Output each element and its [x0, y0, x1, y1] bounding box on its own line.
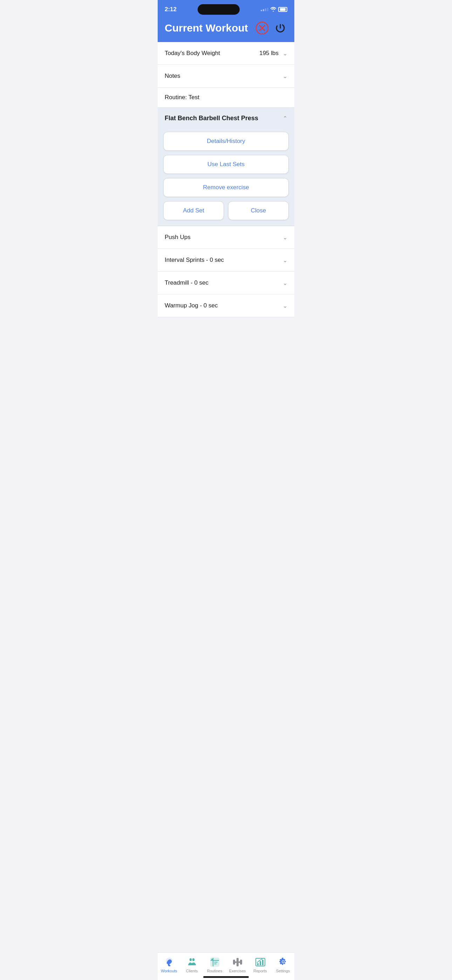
close-exercise-button[interactable]: Close — [228, 201, 289, 220]
treadmill-row[interactable]: Treadmill - 0 sec ⌄ — [158, 272, 294, 294]
header-actions — [255, 21, 287, 35]
add-set-button[interactable]: Add Set — [163, 201, 224, 220]
status-icons — [261, 7, 287, 13]
body-weight-row[interactable]: Today's Body Weight 195 lbs ⌄ — [158, 42, 294, 65]
close-x-icon — [256, 22, 268, 34]
power-icon — [274, 22, 286, 34]
battery-icon — [278, 7, 287, 12]
routine-row: Routine: Test — [158, 88, 294, 108]
page-title: Current Workout — [165, 22, 248, 34]
interval-sprints-label: Interval Sprints - 0 sec — [165, 256, 224, 264]
wifi-icon — [270, 7, 277, 13]
notes-chevron-icon: ⌄ — [283, 73, 287, 80]
treadmill-chevron-icon: ⌄ — [283, 280, 287, 286]
exercise-expanded-header[interactable]: Flat Bench Barbell Chest Press ⌃ — [158, 108, 294, 129]
notes-label: Notes — [165, 73, 180, 80]
remove-exercise-button[interactable]: Remove exercise — [163, 178, 289, 197]
header: Current Workout — [158, 18, 294, 42]
signal-icon — [261, 8, 268, 11]
details-history-button[interactable]: Details/History — [163, 132, 289, 151]
main-content: Today's Body Weight 195 lbs ⌄ Notes ⌄ Ro… — [158, 42, 294, 352]
warmup-jog-label: Warmup Jog - 0 sec — [165, 302, 218, 309]
exercise-chevron-up-icon: ⌃ — [283, 115, 287, 122]
push-ups-label: Push Ups — [165, 234, 191, 241]
exercise-expanded-section: Flat Bench Barbell Chest Press ⌃ Details… — [158, 108, 294, 226]
treadmill-label: Treadmill - 0 sec — [165, 279, 208, 286]
body-weight-label: Today's Body Weight — [165, 50, 220, 57]
body-weight-chevron-icon: ⌄ — [283, 50, 287, 57]
power-button[interactable] — [273, 21, 287, 35]
body-weight-value: 195 lbs — [259, 50, 279, 57]
warmup-jog-row[interactable]: Warmup Jog - 0 sec ⌄ — [158, 294, 294, 317]
exercise-expanded-name: Flat Bench Barbell Chest Press — [165, 115, 258, 122]
close-workout-button[interactable] — [255, 21, 269, 35]
interval-sprints-row[interactable]: Interval Sprints - 0 sec ⌄ — [158, 249, 294, 272]
push-ups-chevron-icon: ⌄ — [283, 234, 287, 241]
status-time: 2:12 — [165, 6, 177, 13]
exercise-actions: Details/History Use Last Sets Remove exe… — [158, 129, 294, 226]
add-close-row: Add Set Close — [163, 201, 289, 220]
notch — [197, 4, 240, 15]
routine-label: Routine: Test — [165, 94, 199, 100]
body-weight-right: 195 lbs ⌄ — [259, 50, 287, 57]
notes-row[interactable]: Notes ⌄ — [158, 65, 294, 88]
use-last-sets-button[interactable]: Use Last Sets — [163, 155, 289, 174]
interval-sprints-chevron-icon: ⌄ — [283, 257, 287, 264]
warmup-jog-chevron-icon: ⌄ — [283, 302, 287, 309]
status-bar: 2:12 — [158, 0, 294, 18]
push-ups-row[interactable]: Push Ups ⌄ — [158, 226, 294, 249]
